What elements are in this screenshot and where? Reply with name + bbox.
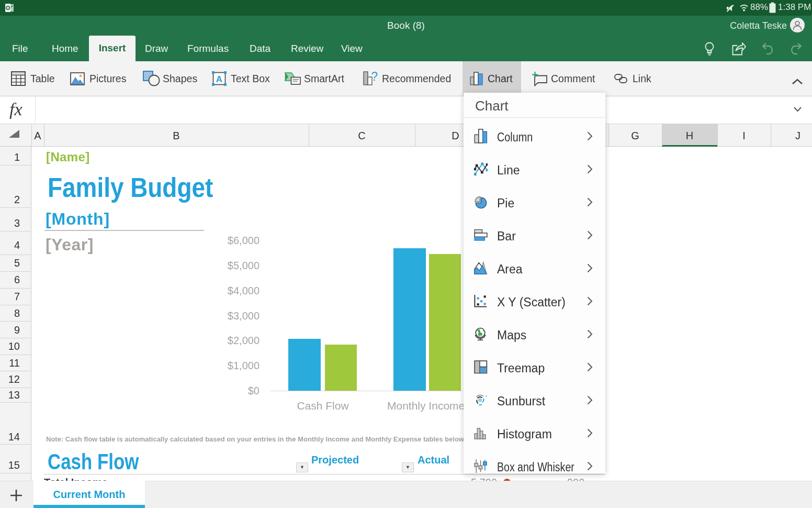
svg-text:?: ? <box>371 71 378 83</box>
svg-text:A: A <box>216 74 222 84</box>
